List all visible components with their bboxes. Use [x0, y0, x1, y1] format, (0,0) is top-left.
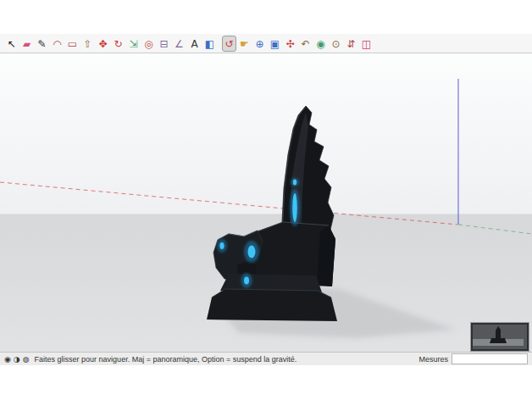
tape-measure-tool-icon[interactable]: ⊟ [157, 36, 171, 52]
shapes-tool-icon[interactable]: ▭ [65, 36, 80, 52]
paint-bucket-tool-icon[interactable]: ◧ [202, 36, 217, 52]
titlebar [0, 0, 532, 34]
zoom-extents-tool-icon[interactable]: ✣ [283, 36, 297, 52]
move-tool-icon[interactable]: ✥ [96, 36, 110, 52]
pushpull-tool-icon[interactable]: ⇧ [80, 36, 95, 52]
section-plane-tool-icon[interactable]: ◫ [359, 36, 374, 52]
select-tool-icon[interactable]: ↖ [4, 36, 19, 52]
orbit-tool-icon[interactable]: ↺ [222, 36, 236, 52]
throne-model[interactable] [207, 106, 337, 321]
sketchup-window: ↖▰✎◠▭⇧✥↻⇲◎⊟∠A◧↺☛⊕▣✣↶◉⊙⇵◫ [0, 0, 532, 400]
camera-position-tool-icon[interactable]: ◉ [313, 36, 328, 52]
pan-tool-icon[interactable]: ☛ [237, 36, 252, 52]
scale-tool-icon[interactable]: ⇲ [126, 36, 141, 52]
arc-tool-icon[interactable]: ◠ [50, 36, 64, 52]
statusbar-icons: ◉◑◍ [4, 353, 30, 365]
previous-view-tool-icon[interactable]: ↶ [298, 36, 313, 52]
credits-icon[interactable]: ◑ [14, 353, 20, 365]
rotate-tool-icon[interactable]: ↻ [111, 36, 125, 52]
measurements-input[interactable] [452, 353, 528, 364]
window-bottom [0, 365, 532, 400]
text-tool-icon[interactable]: A [187, 36, 202, 52]
statusbar: ◉◑◍ Faites glisser pour naviguer. Maj = … [0, 352, 532, 365]
geolocation-icon[interactable]: ◉ [4, 353, 11, 365]
look-around-tool-icon[interactable]: ⊙ [329, 36, 343, 52]
drawing-axes [0, 79, 532, 234]
model-preview-thumbnail[interactable] [471, 323, 529, 351]
protractor-tool-icon[interactable]: ∠ [172, 36, 186, 52]
line-tool-icon[interactable]: ✎ [35, 36, 49, 52]
status-message: Faites glisser pour naviguer. Maj = pano… [35, 355, 297, 364]
offset-tool-icon[interactable]: ◎ [141, 36, 156, 52]
eraser-tool-icon[interactable]: ▰ [19, 36, 34, 52]
measurements-label: Mesures [418, 355, 448, 364]
claim-icon[interactable]: ◍ [23, 353, 30, 365]
zoom-tool-icon[interactable]: ⊕ [252, 36, 267, 52]
viewport-3d[interactable] [0, 53, 532, 352]
zoom-window-tool-icon[interactable]: ▣ [268, 36, 282, 52]
toolbar: ↖▰✎◠▭⇧✥↻⇲◎⊟∠A◧↺☛⊕▣✣↶◉⊙⇵◫ [0, 34, 532, 53]
walk-tool-icon[interactable]: ⇵ [344, 36, 358, 52]
